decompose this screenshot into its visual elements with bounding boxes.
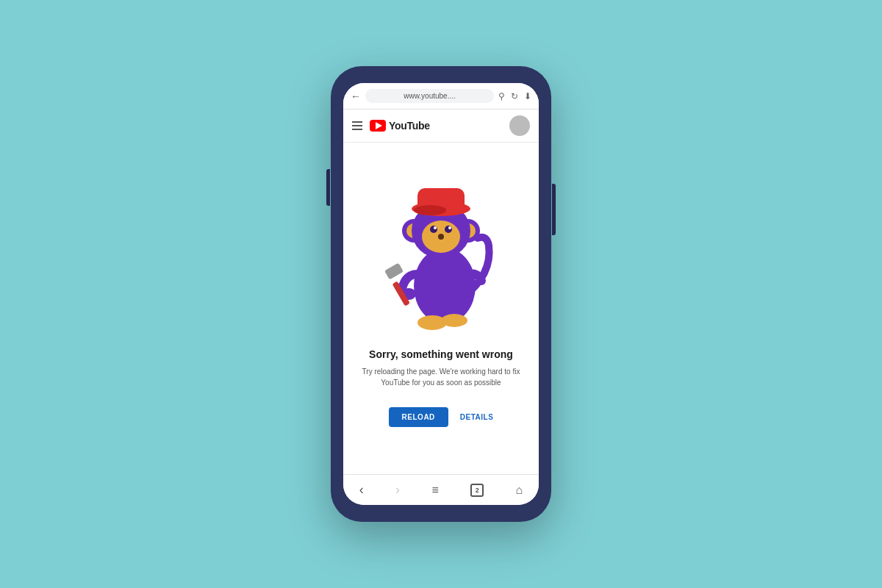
youtube-logo[interactable]: YouTube (370, 120, 430, 132)
download-icon[interactable]: ⬇ (524, 91, 531, 101)
nav-tab-count[interactable]: 2 (470, 484, 484, 497)
reload-button[interactable]: RELOAD (389, 407, 448, 427)
svg-point-9 (434, 226, 437, 229)
url-text: www.youtube.... (404, 92, 456, 100)
play-triangle (376, 122, 382, 129)
svg-point-0 (414, 248, 476, 324)
phone-device: ← www.youtube.... ⚲ ↻ ⬇ (331, 66, 551, 522)
monkey-illustration-container (343, 143, 539, 348)
hamburger-menu-icon[interactable] (352, 121, 362, 130)
youtube-header: YouTube (343, 110, 539, 143)
svg-point-7 (430, 226, 437, 233)
youtube-logo-text: YouTube (389, 120, 430, 132)
hamburger-line (352, 121, 362, 123)
refresh-icon[interactable]: ↻ (511, 91, 518, 101)
phone-screen: ← www.youtube.... ⚲ ↻ ⬇ (343, 83, 539, 505)
svg-rect-17 (384, 262, 404, 279)
svg-point-10 (448, 226, 451, 229)
svg-point-8 (445, 226, 452, 233)
details-button[interactable]: DETAILS (460, 413, 494, 421)
search-icon[interactable]: ⚲ (498, 91, 505, 101)
error-section: Sorry, something went wrong Try reloadin… (343, 348, 539, 400)
main-content: Sorry, something went wrong Try reloadin… (343, 143, 539, 474)
browser-url-bar[interactable]: www.youtube.... (365, 89, 494, 103)
nav-forward-button[interactable]: › (395, 482, 400, 498)
hamburger-line (352, 129, 362, 130)
user-avatar[interactable] (509, 115, 530, 136)
browser-action-icons: ⚲ ↻ ⬇ (498, 91, 531, 101)
browser-bottom-nav: ‹ › ≡ 2 ⌂ (343, 474, 539, 505)
error-subtitle: Try reloading the page. We're working ha… (358, 366, 524, 388)
action-buttons: RELOAD DETAILS (374, 400, 509, 434)
youtube-play-icon (370, 120, 386, 132)
hamburger-line (352, 125, 362, 126)
nav-back-button[interactable]: ‹ (359, 482, 364, 498)
nav-menu-button[interactable]: ≡ (431, 484, 438, 497)
svg-point-19 (441, 314, 467, 327)
error-title: Sorry, something went wrong (358, 348, 524, 360)
tab-count-text: 2 (476, 487, 479, 494)
browser-back-button[interactable]: ← (351, 90, 361, 102)
browser-bar: ← www.youtube.... ⚲ ↻ ⬇ (343, 83, 539, 110)
svg-point-11 (438, 234, 444, 240)
monkey-illustration (368, 150, 514, 341)
svg-point-14 (414, 205, 446, 215)
nav-home-button[interactable]: ⌂ (516, 484, 523, 497)
youtube-header-left: YouTube (352, 120, 430, 132)
